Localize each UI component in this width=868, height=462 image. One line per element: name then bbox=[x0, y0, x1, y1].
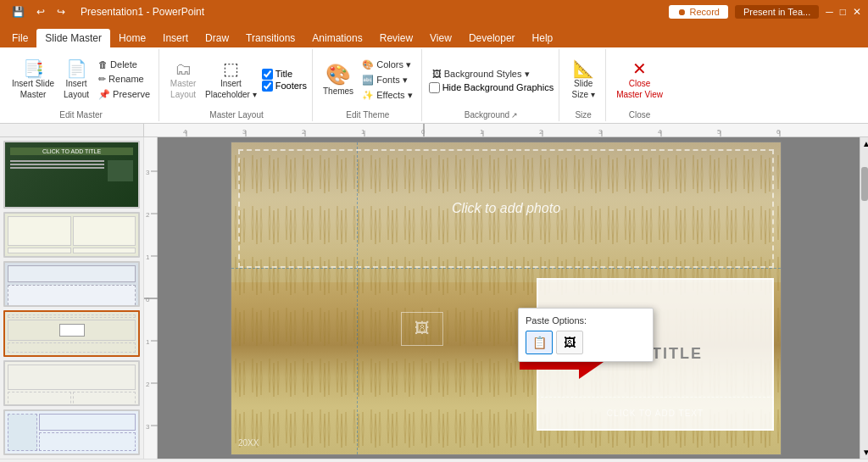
thumb-4-body bbox=[8, 314, 136, 352]
paste-icon-1[interactable]: 📋 bbox=[526, 331, 553, 354]
svg-text:0: 0 bbox=[421, 128, 426, 136]
title-checkbox[interactable]: Title bbox=[262, 69, 307, 80]
svg-text:3: 3 bbox=[242, 128, 247, 136]
slide-thumb-3[interactable] bbox=[3, 261, 140, 307]
vertical-scrollbar[interactable]: ▲ ▼ bbox=[860, 137, 868, 459]
canvas-wrapper[interactable]: 3 2 1 0 1 2 3 bbox=[144, 137, 868, 459]
tab-developer[interactable]: Developer bbox=[460, 29, 524, 47]
themes-button[interactable]: 🎨 Themes bbox=[320, 62, 357, 98]
save-icon[interactable]: 💾 bbox=[7, 4, 30, 19]
thumb-6-left bbox=[8, 414, 37, 451]
thumb-1-line3 bbox=[10, 167, 104, 169]
insert-layout-button[interactable]: 📄 Insert Layout bbox=[59, 58, 93, 102]
close-master-view-button[interactable]: ✕ Close Master View bbox=[613, 58, 666, 102]
background-controls: 🖼 Background Styles ▾ Hide Background Gr… bbox=[429, 51, 554, 109]
tab-review[interactable]: Review bbox=[371, 29, 421, 47]
title-bar-left: 💾 ↩ ↪ Presentation1 - PowerPoint bbox=[7, 4, 204, 19]
record-button[interactable]: ⏺ Record bbox=[669, 5, 728, 19]
paste-icon-2[interactable]: 🖼 bbox=[556, 331, 583, 354]
thumb-2-box1 bbox=[8, 216, 71, 246]
guide-line-v bbox=[357, 142, 358, 454]
thumb-1-content: CLICK TO ADD TITLE bbox=[5, 142, 138, 207]
size-label: Size bbox=[575, 110, 591, 120]
slide-thumb-container-1: CLICK TO ADD TITLE bbox=[3, 141, 140, 209]
group-size: 📐 Slide Size ▾ Size bbox=[561, 49, 606, 121]
footers-checkbox[interactable]: Footers bbox=[262, 81, 307, 92]
scroll-up-button[interactable]: ▲ bbox=[860, 137, 868, 150]
fonts-button[interactable]: 🔤 Fonts ▾ bbox=[359, 73, 416, 87]
paste-icon-2-symbol: 🖼 bbox=[564, 336, 576, 349]
effects-button[interactable]: ✨ Effects ▾ bbox=[359, 88, 416, 103]
close-icon[interactable]: ✕ bbox=[853, 6, 861, 18]
quick-access-toolbar: 💾 ↩ ↪ bbox=[7, 4, 70, 19]
svg-text:3: 3 bbox=[146, 169, 150, 176]
preserve-button[interactable]: 📌 Preserve bbox=[95, 87, 153, 102]
hide-background-graphics-checkbox[interactable]: Hide Background Graphics bbox=[429, 82, 554, 93]
master-layout-button[interactable]: 🗂 Master Layout bbox=[166, 58, 200, 102]
filename-label: Presentation1 - PowerPoint bbox=[81, 6, 204, 18]
svg-text:2: 2 bbox=[302, 128, 306, 136]
slide-thumb-1[interactable]: CLICK TO ADD TITLE bbox=[3, 141, 140, 209]
slide-thumb-5[interactable] bbox=[3, 360, 140, 406]
group-close: ✕ Close Master View Close bbox=[608, 49, 671, 121]
restore-icon[interactable]: □ bbox=[840, 6, 846, 18]
tab-transitions[interactable]: Transitions bbox=[237, 29, 303, 47]
svg-text:3: 3 bbox=[598, 128, 603, 136]
paste-options-title: Paste Options: bbox=[526, 315, 646, 326]
svg-text:2: 2 bbox=[539, 128, 543, 136]
thumb-1-img bbox=[108, 160, 133, 181]
scroll-down-button[interactable]: ▼ bbox=[860, 446, 868, 459]
tab-home[interactable]: Home bbox=[110, 29, 154, 47]
colors-button[interactable]: 🎨 Colors ▾ bbox=[359, 58, 416, 72]
tab-draw[interactable]: Draw bbox=[197, 29, 237, 47]
slide-thumb-6[interactable] bbox=[3, 409, 140, 455]
slide-canvas[interactable]: Click to add photo 🖼 ADD TITLE Paste Opt… bbox=[231, 142, 782, 455]
ruler-vertical: 3 2 1 0 1 2 3 bbox=[144, 137, 158, 459]
delete-button[interactable]: 🗑 Delete bbox=[95, 58, 153, 71]
thumb-2-box3 bbox=[73, 216, 136, 246]
thumb-6-row1 bbox=[39, 414, 136, 431]
redo-icon[interactable]: ↪ bbox=[52, 4, 70, 19]
minimize-icon[interactable]: ─ bbox=[826, 6, 833, 18]
tab-animations[interactable]: Animations bbox=[303, 29, 370, 47]
undo-icon[interactable]: ↩ bbox=[31, 4, 50, 19]
background-options: 🖼 Background Styles ▾ Hide Background Gr… bbox=[429, 67, 554, 93]
close-master-view-icon: ✕ bbox=[632, 60, 647, 77]
slide-thumb-4[interactable] bbox=[3, 310, 140, 356]
slide-thumb-2[interactable] bbox=[3, 212, 140, 258]
ruler-horizontal: 4 3 2 1 0 1 2 3 4 5 6 bbox=[0, 124, 868, 137]
background-label: Background ↗ bbox=[465, 110, 518, 120]
ruler-v-marks: 3 2 1 0 1 2 3 bbox=[144, 137, 158, 459]
photo-placeholder-text: Click to add photo bbox=[452, 201, 560, 216]
tab-insert[interactable]: Insert bbox=[154, 29, 197, 47]
thumb-5-body bbox=[8, 392, 136, 406]
theme-options: 🎨 Colors ▾ 🔤 Fonts ▾ ✨ Effects ▾ bbox=[359, 58, 416, 103]
tab-help[interactable]: Help bbox=[524, 29, 562, 47]
tab-slide-master[interactable]: Slide Master bbox=[36, 29, 110, 47]
scrollbar-thumb[interactable] bbox=[861, 167, 868, 201]
tab-view[interactable]: View bbox=[421, 29, 460, 47]
date-placeholder[interactable]: 20XX bbox=[238, 438, 259, 448]
photo-placeholder[interactable]: Click to add photo bbox=[238, 149, 774, 268]
edit-theme-controls: 🎨 Themes 🎨 Colors ▾ 🔤 Fonts ▾ ✨ Effects … bbox=[320, 51, 416, 109]
group-master-layout: 🗂 Master Layout ⬚ Insert Placeholder ▾ T… bbox=[161, 49, 313, 121]
thumb-6-content bbox=[5, 411, 138, 454]
background-styles-button[interactable]: 🖼 Background Styles ▾ bbox=[429, 67, 554, 81]
present-button[interactable]: Present in Tea... bbox=[735, 5, 819, 19]
thumb-5-box2 bbox=[73, 392, 136, 406]
text-placeholder[interactable]: CLICK TO ADD TEXT bbox=[537, 397, 774, 431]
ribbon-tabs: File Slide Master Home Insert Draw Trans… bbox=[0, 24, 868, 47]
insert-slide-master-button[interactable]: 📑 Insert Slide Master bbox=[8, 58, 58, 102]
title-bar-right: ⏺ Record Present in Tea... ─ □ ✕ bbox=[669, 5, 861, 19]
insert-placeholder-button[interactable]: ⬚ Insert Placeholder ▾ bbox=[202, 58, 260, 102]
slide-size-icon: 📐 bbox=[573, 60, 594, 77]
slide-size-button[interactable]: 📐 Slide Size ▾ bbox=[566, 58, 600, 102]
slide-panel[interactable]: CLICK TO ADD TITLE bbox=[0, 137, 144, 459]
thumb-4-middle bbox=[8, 320, 136, 341]
rename-button[interactable]: ✏ Rename bbox=[95, 72, 153, 86]
tab-file[interactable]: File bbox=[3, 29, 36, 47]
svg-text:1: 1 bbox=[480, 128, 484, 136]
thumb-3-content bbox=[5, 263, 138, 305]
paste-options-popup: Paste Options: 📋 🖼 bbox=[518, 308, 654, 362]
image-placeholder-small[interactable]: 🖼 bbox=[401, 312, 443, 346]
